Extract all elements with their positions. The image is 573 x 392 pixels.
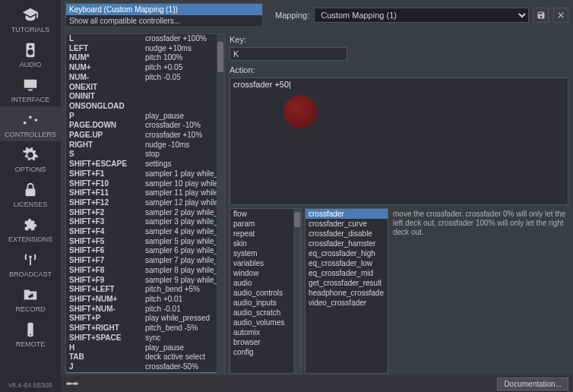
scrollbar[interactable] — [217, 34, 224, 373]
verb-item[interactable]: eq_crossfader_mid — [305, 268, 388, 278]
close-icon — [557, 11, 565, 19]
verb-item[interactable]: eq_crossfader_high — [305, 248, 388, 258]
keymap-row[interactable]: ONSONGLOAD — [66, 102, 224, 112]
key-cell: SHIFT+F8 — [69, 266, 145, 276]
keymap-row[interactable]: SHIFT+F3sampler 3 play while_ — [66, 217, 224, 227]
documentation-button[interactable]: Documentation... — [497, 378, 568, 390]
category-item[interactable]: audio_volumes — [230, 318, 301, 327]
action-cell: pitch +0.05 — [145, 63, 221, 73]
action-cell: play while_pressed — [145, 314, 221, 324]
sidebar-item-controllers[interactable]: CONTROLLERS — [0, 106, 61, 141]
keymap-row[interactable]: SHIFT+F6sampler 6 play while_ — [66, 246, 224, 256]
category-item[interactable]: audio_inputs — [230, 298, 301, 308]
keymap-row[interactable]: PAGE.DOWNcrossfader -10% — [66, 121, 224, 131]
verb-item[interactable]: crossfader_hamster — [305, 239, 388, 248]
sidebar-item-remote[interactable]: REMOTE — [0, 316, 61, 351]
keymap-row[interactable]: SHIFT+NUM-pitch -0.01 — [66, 305, 224, 315]
keymap-row[interactable]: Sstop — [66, 150, 224, 160]
verb-item[interactable]: crossfader_disable — [305, 229, 388, 239]
keymap-row[interactable]: SHIFT+LEFTpitch_bend +5% — [66, 285, 224, 295]
key-label: Key: — [230, 35, 568, 44]
keymap-row[interactable]: Jcrossfader-50% — [66, 362, 224, 372]
keymap-row[interactable]: Pplay_pause — [66, 112, 224, 122]
key-input[interactable] — [230, 47, 347, 61]
category-item[interactable]: automix — [230, 327, 301, 337]
category-item[interactable]: flow — [230, 209, 301, 219]
save-mapping-button[interactable] — [533, 8, 549, 23]
keymap-row[interactable]: Kcrossfader +50 — [66, 372, 224, 374]
action-cell: sampler 5 play while_ — [145, 237, 221, 247]
keymap-row[interactable]: TABdeck active select — [66, 352, 224, 362]
verb-item[interactable]: headphone_crossfade — [305, 288, 388, 298]
keymap-row[interactable]: SHIFT+F2sampler 2 play while_ — [66, 208, 224, 218]
action-editor[interactable]: crossfader +50| — [230, 77, 568, 205]
sidebar-item-audio[interactable]: AUDIO — [0, 36, 61, 71]
category-item[interactable]: audio — [230, 278, 301, 288]
keymap-row[interactable]: SHIFT+F1sampler 1 play while_ — [66, 169, 224, 179]
action-cell: sync — [145, 334, 221, 343]
keymap-row[interactable]: Hplay_pause — [66, 343, 224, 353]
sidebar-item-options[interactable]: OPTIONS — [0, 141, 61, 176]
keymap-row[interactable]: RIGHTnudge -10ms — [66, 141, 224, 150]
keymap-row[interactable]: PAGE.UPcrossfader +10% — [66, 131, 224, 141]
verb-list[interactable]: crossfadercrossfader_curvecrossfader_dis… — [305, 208, 388, 374]
keymap-row[interactable]: NUM-pitch -0.05 — [66, 73, 224, 83]
keymap-row[interactable]: SHIFT+F10sampler 10 play while — [66, 179, 224, 189]
keymap-row[interactable]: ONEXIT — [66, 83, 224, 93]
key-cell: SHIFT+F2 — [69, 208, 145, 218]
verb-item[interactable]: video_crossfader — [305, 298, 388, 308]
verb-lists: flowparamrepeatskinsystemvariableswindow… — [230, 208, 568, 374]
keymap-row[interactable]: NUM*pitch 100% — [66, 53, 224, 63]
svg-point-11 — [30, 334, 31, 336]
keymap-row[interactable]: SHIFT+F4sampler 4 play while_ — [66, 227, 224, 237]
verb-item[interactable]: get_crossfader_result — [305, 278, 388, 288]
keymap-row[interactable]: SHIFT+NUM+pitch +0.01 — [66, 295, 224, 305]
keymap-row[interactable]: SHIFT+SPACEsync — [66, 334, 224, 343]
keymap-row[interactable]: SHIFT+F12sampler 12 play while — [66, 198, 224, 208]
sidebar-item-interface[interactable]: INTERFACE — [0, 71, 61, 106]
keymap-list[interactable]: Lcrossfader +100%LEFTnudge +10msNUM*pitc… — [65, 33, 225, 374]
keymap-row[interactable]: SHIFT+RIGHTpitch_bend -5% — [66, 324, 224, 334]
verb-item[interactable]: crossfader_curve — [305, 219, 388, 229]
keymap-row[interactable]: LEFTnudge +10ms — [66, 44, 224, 54]
keymap-row[interactable]: SHIFT+F9sampler 9 play while_ — [66, 276, 224, 286]
keymap-row[interactable]: NUM+pitch +0.05 — [66, 63, 224, 73]
keymap-row[interactable]: SHIFT+ESCAPEsettings — [66, 160, 224, 169]
mapping-select[interactable]: Custom Mapping (1) — [314, 8, 529, 23]
close-mapping-button[interactable] — [553, 8, 568, 23]
right-panel: Key: Action: crossfader +50| flowparamre… — [230, 33, 568, 374]
sidebar-item-tutorials[interactable]: TUTORIALS — [0, 2, 61, 36]
keymap-row[interactable]: SHIFT+F5sampler 5 play while_ — [66, 237, 224, 247]
controller-show-all[interactable]: Show all compatible controllers... — [66, 15, 262, 27]
action-cell: crossfader +10% — [145, 131, 221, 141]
category-item[interactable]: browser — [230, 337, 301, 347]
keymap-row[interactable]: SHIFT+F7sampler 7 play while_ — [66, 256, 224, 266]
sidebar-item-broadcast[interactable]: BROADCAST — [0, 246, 61, 281]
category-item[interactable]: param — [230, 219, 301, 229]
keymap-row[interactable]: SHIFT+F11sampler 11 play while — [66, 188, 224, 198]
category-item[interactable]: audio_scratch — [230, 308, 301, 318]
category-item[interactable]: skin — [230, 239, 301, 248]
scrollbar[interactable] — [293, 209, 301, 373]
sidebar-item-licenses[interactable]: LICENSES — [0, 176, 61, 211]
keymap-row[interactable]: SHIFT+F8sampler 8 play while_ — [66, 266, 224, 276]
category-item[interactable]: config — [230, 347, 301, 357]
verb-item[interactable]: crossfader — [305, 209, 388, 219]
keymap-row[interactable]: SHIFT+Pplay while_pressed — [66, 314, 224, 324]
category-item[interactable]: system — [230, 248, 301, 258]
sidebar-item-record[interactable]: RECORD — [0, 281, 61, 316]
verb-item[interactable]: eq_crossfader_low — [305, 258, 388, 268]
category-list[interactable]: flowparamrepeatskinsystemvariableswindow… — [230, 208, 302, 374]
sidebar-item-extensions[interactable]: EXTENSIONS — [0, 211, 61, 246]
category-item[interactable]: repeat — [230, 229, 301, 239]
category-item[interactable]: audio_controls — [230, 288, 301, 298]
controller-selected[interactable]: Keyboard (Custom Mapping (1)) — [66, 4, 262, 15]
category-item[interactable]: variables — [230, 258, 301, 268]
keymap-row[interactable]: ONINIT — [66, 92, 224, 102]
keymap-row[interactable]: Lcrossfader +100% — [66, 34, 224, 44]
action-cell: pitch -0.01 — [145, 305, 221, 315]
category-item[interactable]: window — [230, 268, 301, 278]
action-cell — [145, 102, 221, 112]
key-cell: ONINIT — [69, 92, 145, 102]
controller-select-box[interactable]: Keyboard (Custom Mapping (1)) Show all c… — [65, 3, 263, 27]
